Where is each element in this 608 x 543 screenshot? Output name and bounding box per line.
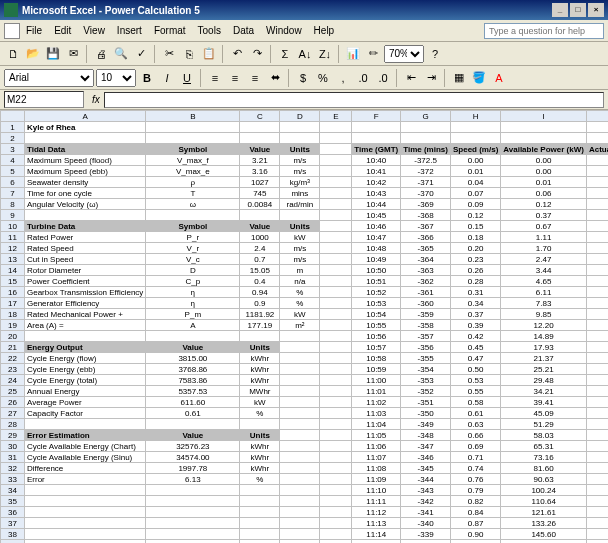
cell[interactable]: kWhr bbox=[240, 364, 280, 375]
cell[interactable] bbox=[450, 133, 500, 144]
cell[interactable]: m/s bbox=[280, 254, 320, 265]
cell[interactable] bbox=[240, 496, 280, 507]
cell[interactable]: 100.24 bbox=[501, 485, 587, 496]
cell[interactable]: Seawater density bbox=[25, 177, 146, 188]
cell[interactable]: Value bbox=[240, 144, 280, 155]
cell[interactable] bbox=[280, 452, 320, 463]
cell[interactable]: 0.18 bbox=[450, 232, 500, 243]
cell[interactable] bbox=[586, 122, 608, 133]
cell[interactable]: Time for one cycle bbox=[25, 188, 146, 199]
cell[interactable]: 44.26 bbox=[586, 496, 608, 507]
cell[interactable]: 0.37 bbox=[501, 210, 587, 221]
col-header[interactable]: E bbox=[320, 111, 352, 122]
cell[interactable]: Rated Speed bbox=[25, 243, 146, 254]
row-header[interactable]: 18 bbox=[1, 309, 25, 320]
cell[interactable]: ρ bbox=[146, 177, 240, 188]
cell[interactable]: -365 bbox=[401, 243, 451, 254]
cell[interactable]: 1997.78 bbox=[146, 463, 240, 474]
cell[interactable]: Energy Output bbox=[25, 342, 146, 353]
cell[interactable]: 0.00 bbox=[586, 166, 608, 177]
worksheet-grid[interactable]: ABCDEFGHIJKL1Kyle of Rhea23Tidal DataSym… bbox=[0, 110, 608, 543]
cell[interactable]: 1.70 bbox=[501, 243, 587, 254]
maximize-button[interactable]: □ bbox=[570, 3, 586, 17]
cell[interactable]: 11:05 bbox=[352, 430, 401, 441]
cell[interactable]: -367 bbox=[401, 221, 451, 232]
minimize-button[interactable]: _ bbox=[552, 3, 568, 17]
cell[interactable] bbox=[280, 133, 320, 144]
cell[interactable]: Maximum Speed (ebb) bbox=[25, 166, 146, 177]
cell[interactable]: 3815.00 bbox=[146, 353, 240, 364]
cell[interactable]: -348 bbox=[401, 430, 451, 441]
cell[interactable]: % bbox=[280, 298, 320, 309]
cell[interactable]: 0.00 bbox=[586, 232, 608, 243]
cell[interactable]: -362 bbox=[401, 276, 451, 287]
cell[interactable] bbox=[320, 375, 352, 386]
cell[interactable] bbox=[320, 144, 352, 155]
cell[interactable] bbox=[280, 386, 320, 397]
cell[interactable]: 0.61 bbox=[450, 408, 500, 419]
cell[interactable]: V_max_f bbox=[146, 155, 240, 166]
cell[interactable]: -358 bbox=[401, 320, 451, 331]
cell[interactable] bbox=[146, 496, 240, 507]
cell[interactable]: -353 bbox=[401, 375, 451, 386]
comma-icon[interactable]: , bbox=[334, 69, 352, 87]
select-all[interactable] bbox=[1, 111, 25, 122]
cell[interactable]: m/s bbox=[280, 155, 320, 166]
cell[interactable]: Maximum Speed (flood) bbox=[25, 155, 146, 166]
cell[interactable]: kg/m³ bbox=[280, 177, 320, 188]
cell[interactable]: 0.28 bbox=[450, 276, 500, 287]
cell[interactable]: Turbine Data bbox=[25, 221, 146, 232]
undo-icon[interactable]: ↶ bbox=[228, 45, 246, 63]
cell[interactable]: 0.61 bbox=[146, 408, 240, 419]
cell[interactable]: 0.53 bbox=[450, 375, 500, 386]
cell[interactable]: 15.05 bbox=[240, 265, 280, 276]
cell[interactable] bbox=[25, 529, 146, 540]
cell[interactable]: 11:02 bbox=[352, 397, 401, 408]
cell[interactable]: -372.5 bbox=[401, 155, 451, 166]
cell[interactable]: Available Power (kW) bbox=[501, 144, 587, 155]
cell[interactable]: 0.00 bbox=[586, 386, 608, 397]
cell[interactable]: Actual Power (kW) bbox=[586, 144, 608, 155]
cell[interactable] bbox=[320, 430, 352, 441]
cell[interactable]: -356 bbox=[401, 342, 451, 353]
cell[interactable] bbox=[280, 529, 320, 540]
cell[interactable]: 0.00 bbox=[586, 243, 608, 254]
row-header[interactable]: 2 bbox=[1, 133, 25, 144]
row-header[interactable]: 15 bbox=[1, 276, 25, 287]
cell[interactable]: η bbox=[146, 298, 240, 309]
cell[interactable]: 12.20 bbox=[501, 320, 587, 331]
row-header[interactable]: 19 bbox=[1, 320, 25, 331]
cell[interactable] bbox=[280, 485, 320, 496]
paste-icon[interactable]: 📋 bbox=[200, 45, 218, 63]
cell[interactable] bbox=[280, 463, 320, 474]
cell[interactable] bbox=[320, 177, 352, 188]
cell[interactable]: Tidal Data bbox=[25, 144, 146, 155]
cell[interactable]: 29.26 bbox=[586, 452, 608, 463]
cell[interactable]: -343 bbox=[401, 485, 451, 496]
cell[interactable]: Capacity Factor bbox=[25, 408, 146, 419]
cell[interactable] bbox=[320, 419, 352, 430]
cell[interactable]: kWhr bbox=[240, 375, 280, 386]
cell[interactable] bbox=[320, 496, 352, 507]
cell[interactable]: 2.4 bbox=[240, 243, 280, 254]
row-header[interactable]: 39 bbox=[1, 540, 25, 544]
cell[interactable]: 133.26 bbox=[501, 518, 587, 529]
cell[interactable]: 0.04 bbox=[450, 177, 500, 188]
cell[interactable]: 0.00 bbox=[586, 342, 608, 353]
row-header[interactable]: 33 bbox=[1, 474, 25, 485]
cell[interactable]: 36.25 bbox=[586, 474, 608, 485]
cell[interactable]: 0.00 bbox=[586, 188, 608, 199]
cell[interactable]: 0.7 bbox=[240, 254, 280, 265]
cell[interactable]: 0.55 bbox=[450, 386, 500, 397]
cell[interactable]: 10:55 bbox=[352, 320, 401, 331]
cell[interactable]: 0.01 bbox=[450, 166, 500, 177]
name-box[interactable] bbox=[4, 91, 84, 108]
cell[interactable]: 0.58 bbox=[450, 397, 500, 408]
cell[interactable] bbox=[25, 133, 146, 144]
cell[interactable]: 0.76 bbox=[450, 474, 500, 485]
row-header[interactable]: 20 bbox=[1, 331, 25, 342]
cell[interactable]: C_p bbox=[146, 276, 240, 287]
row-header[interactable]: 16 bbox=[1, 287, 25, 298]
cell[interactable]: Rotor Diameter bbox=[25, 265, 146, 276]
cell[interactable]: 53.30 bbox=[586, 518, 608, 529]
